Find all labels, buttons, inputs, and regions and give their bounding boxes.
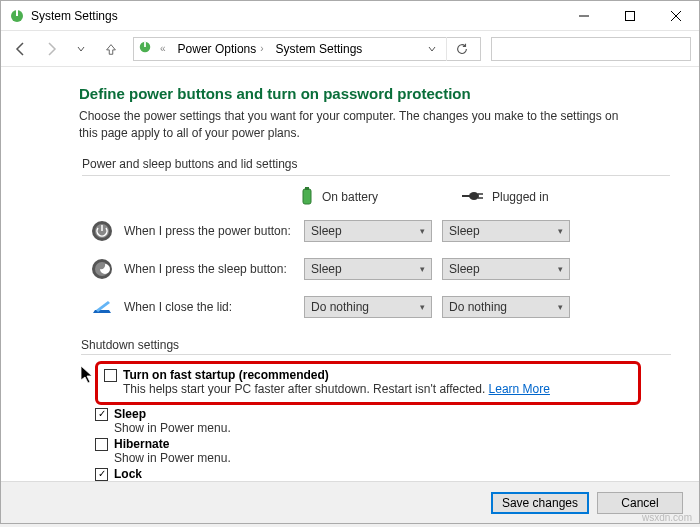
power-options-icon <box>9 8 25 24</box>
select-value: Sleep <box>449 224 558 238</box>
lock-option: Lock Show in account picture menu. <box>95 467 671 481</box>
chevron-down-icon: ▾ <box>420 226 425 236</box>
plugged-in-header: Plugged in <box>460 189 600 206</box>
battery-icon <box>300 186 314 209</box>
fast-startup-option: Turn on fast startup (recommended) This … <box>104 368 632 396</box>
column-headers: On battery Plugged in <box>80 186 670 209</box>
breadcrumb-label: System Settings <box>276 42 363 56</box>
content-area: Define power buttons and turn on passwor… <box>1 67 699 481</box>
highlight-annotation: Turn on fast startup (recommended) This … <box>95 361 641 405</box>
address-dropdown[interactable] <box>422 42 442 56</box>
checkbox-label: Lock <box>114 467 278 481</box>
svg-rect-7 <box>144 42 146 47</box>
window-title: System Settings <box>31 9 118 23</box>
row-label: When I press the sleep button: <box>124 262 294 276</box>
breadcrumb-system-settings[interactable]: System Settings <box>272 42 367 56</box>
select-value: Sleep <box>311 224 420 238</box>
navigation-bar: « Power Options › System Settings <box>1 31 699 67</box>
power-button-icon <box>90 219 114 243</box>
column-label: On battery <box>322 190 378 204</box>
select-value: Sleep <box>311 262 420 276</box>
group-legend: Power and sleep buttons and lid settings <box>82 157 670 176</box>
save-changes-button[interactable]: Save changes <box>491 492 589 514</box>
search-input[interactable] <box>491 37 691 61</box>
breadcrumb-power-options[interactable]: Power Options › <box>174 42 268 56</box>
chevron-down-icon: ▾ <box>558 226 563 236</box>
forward-button[interactable] <box>39 37 63 61</box>
row-label: When I close the lid: <box>124 300 294 314</box>
select-value: Sleep <box>449 262 558 276</box>
learn-more-link[interactable]: Learn More <box>489 382 550 396</box>
address-bar[interactable]: « Power Options › System Settings <box>133 37 481 61</box>
cancel-button[interactable]: Cancel <box>597 492 683 514</box>
power-sleep-group: Power and sleep buttons and lid settings… <box>79 156 671 334</box>
refresh-button[interactable] <box>446 37 476 61</box>
up-button[interactable] <box>99 37 123 61</box>
shutdown-legend: Shutdown settings <box>81 338 671 355</box>
page-description: Choose the power settings that you want … <box>79 108 639 142</box>
lid-row: When I close the lid: Do nothing ▾ Do no… <box>90 295 670 319</box>
checkbox-label: Turn on fast startup (recommended) <box>123 368 550 382</box>
maximize-button[interactable] <box>607 1 653 30</box>
svg-rect-3 <box>626 11 635 20</box>
breadcrumb-label: Power Options <box>178 42 257 56</box>
power-button-battery-select[interactable]: Sleep ▾ <box>304 220 432 242</box>
sleep-button-row: When I press the sleep button: Sleep ▾ S… <box>90 257 670 281</box>
checkbox-label: Hibernate <box>114 437 231 451</box>
checkbox-description: Show in Power menu. <box>114 421 231 435</box>
svg-point-10 <box>469 192 479 200</box>
minimize-button[interactable] <box>561 1 607 30</box>
back-button[interactable] <box>9 37 33 61</box>
chevron-down-icon: ▾ <box>558 302 563 312</box>
watermark: wsxdn.com <box>642 512 692 523</box>
sleep-button-plugged-select[interactable]: Sleep ▾ <box>442 258 570 280</box>
chevron-down-icon: ▾ <box>420 302 425 312</box>
fast-startup-checkbox[interactable] <box>104 369 117 382</box>
power-options-icon <box>138 40 152 57</box>
hibernate-checkbox[interactable] <box>95 438 108 451</box>
power-button-plugged-select[interactable]: Sleep ▾ <box>442 220 570 242</box>
sleep-option: Sleep Show in Power menu. <box>95 407 671 435</box>
sleep-button-battery-select[interactable]: Sleep ▾ <box>304 258 432 280</box>
chevron-down-icon: ▾ <box>558 264 563 274</box>
history-dropdown[interactable] <box>69 37 93 61</box>
checkbox-label: Sleep <box>114 407 231 421</box>
plug-icon <box>460 189 484 206</box>
laptop-lid-icon <box>90 295 114 319</box>
chevron-down-icon: ▾ <box>420 264 425 274</box>
lock-checkbox[interactable] <box>95 468 108 481</box>
power-button-row: When I press the power button: Sleep ▾ S… <box>90 219 670 243</box>
close-button[interactable] <box>653 1 699 30</box>
titlebar: System Settings <box>1 1 699 31</box>
select-value: Do nothing <box>311 300 420 314</box>
system-settings-window: System Settings <box>0 0 700 524</box>
hibernate-option: Hibernate Show in Power menu. <box>95 437 671 465</box>
breadcrumb-prefix[interactable]: « <box>156 43 170 54</box>
on-battery-header: On battery <box>300 186 440 209</box>
lid-plugged-select[interactable]: Do nothing ▾ <box>442 296 570 318</box>
chevron-right-icon: › <box>260 43 263 54</box>
svg-rect-1 <box>16 10 18 16</box>
page-heading: Define power buttons and turn on passwor… <box>79 85 671 102</box>
checkbox-description: Show in Power menu. <box>114 451 231 465</box>
sleep-checkbox[interactable] <box>95 408 108 421</box>
lid-battery-select[interactable]: Do nothing ▾ <box>304 296 432 318</box>
svg-rect-8 <box>303 189 311 204</box>
window-controls <box>561 1 699 30</box>
row-label: When I press the power button: <box>124 224 294 238</box>
checkbox-description: This helps start your PC faster after sh… <box>123 382 550 396</box>
svg-rect-9 <box>305 187 309 190</box>
column-label: Plugged in <box>492 190 549 204</box>
footer: Save changes Cancel <box>1 481 699 523</box>
sleep-button-icon <box>90 257 114 281</box>
select-value: Do nothing <box>449 300 558 314</box>
